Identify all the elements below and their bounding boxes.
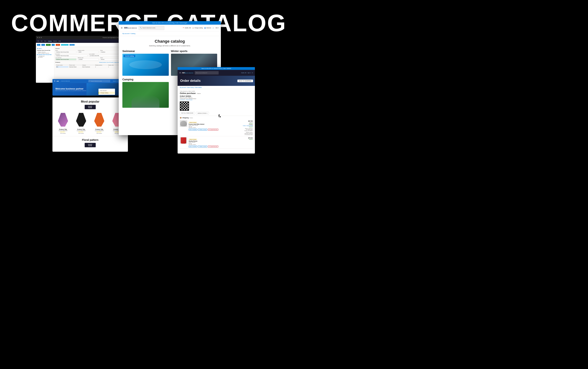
catalog-user[interactable]: 👤 Adrianna (204, 27, 211, 29)
fo-sidebar-fabrikam[interactable]: ▶ Fabrikam Semi-Annual Sale (37, 54, 53, 56)
fo-publish-btn[interactable]: Publish (46, 44, 51, 46)
product-item-1: Product Title $129.95 $129.95 ★★★★☆ 563 … (55, 111, 71, 134)
product-reviews-2: 563 reviews (73, 133, 90, 134)
b2b-dropdown-account[interactable]: Your account (99, 90, 115, 92)
order-email-invoice[interactable]: Email invoice (186, 99, 192, 100)
products-screenshot: Most popular SHOP NOW Product Title $129… (52, 98, 128, 152)
b2b-hero-sub: Here is some top picks for you as a prem… (55, 90, 86, 91)
order-items-count: 3 items (197, 93, 201, 94)
fo-main: General Name Fabrikam Semi-Annual Sale C… (54, 47, 122, 83)
b2b-logo: AW (56, 80, 59, 82)
b2b-location: Seattle, WA (113, 80, 118, 82)
fo-save-btn[interactable]: Save (42, 44, 45, 46)
order-helmet-write-review[interactable]: ✎ Write a review (198, 129, 207, 130)
most-popular-shop-btn[interactable]: SHOP NOW (85, 105, 96, 109)
catalog-swimwear-img[interactable]: Current catalog (122, 54, 169, 76)
fo-general-title: General (55, 48, 121, 49)
order-tracking-status: Shipped (249, 126, 253, 127)
fo-nav-edit[interactable]: Edit (41, 40, 42, 41)
order-screenshot: Save an extra 30% on clearance items | C… (178, 67, 255, 153)
order-delivery: Delivery option Standard shipping 3-5 bu… (243, 132, 253, 135)
order-helmet-buy-again[interactable]: BUY IT AGAIN (189, 129, 197, 130)
fo-desc-label: Description (55, 53, 88, 55)
b2b-hamburger[interactable]: ☰ (54, 80, 55, 82)
order-gloves-name: Sturdy Gloves (189, 140, 242, 142)
b2b-dropdown: Your account Change catalog (98, 89, 115, 95)
product-item-2: Product Title $129.95 $129.95 ★★★★☆ 563 … (73, 111, 90, 134)
order-shipping-section: 📦 Shipping 3 items (180, 116, 253, 149)
product-price-1: $129.95 $129.95 (55, 130, 71, 131)
fo-delete-btn[interactable]: Delete (56, 44, 60, 46)
product-img-3 (92, 111, 106, 128)
catalog-camping-img[interactable] (122, 82, 169, 108)
order-item-gloves: Selling Catalog Sturdy Gloves Color: Cri… (180, 136, 253, 149)
fo-content: My view 1 Fabrikam Semi-Annual Sale Cate… (36, 47, 122, 83)
fo-catalog-num-value: 10064 (78, 51, 99, 53)
fo-sidebar: My view 1 Fabrikam Semi-Annual Sale Cate… (36, 47, 54, 83)
fo-highlight-1: Catalog feature (61, 44, 68, 46)
order-gloves-price: $70.00 (243, 137, 253, 139)
order-helmet-btns: BUY IT AGAIN ✎ Write a review ✕ Cancel t… (189, 129, 242, 130)
catalog-search[interactable]: 🔍 Search Adventure works (139, 26, 164, 30)
catalog-breadcrumb: My account / Catalog (119, 31, 221, 36)
order-search[interactable]: What are you looking for? (195, 71, 219, 74)
order-gloves-price-section: $70.00 Shipped (243, 137, 253, 140)
order-gloves-buy-again[interactable]: BUY IT AGAIN (189, 146, 197, 148)
fo-nav-help[interactable]: Help (58, 40, 61, 41)
catalog-site[interactable]: Site ▾ (216, 27, 219, 29)
order-gloves-status: Shipped (243, 139, 253, 140)
order-more-actions[interactable]: MORE ACTIONS ▾ (196, 112, 209, 115)
fo-related-link[interactable]: Related products | Up to 63 results | Im… (99, 62, 121, 64)
floral-shop-btn[interactable]: SHOP NOW (85, 143, 96, 147)
catalog-hamburger[interactable]: ☰ (121, 27, 123, 29)
product-stars-3: ★★★★☆ (91, 131, 108, 133)
order-location: Seattle, WA (241, 72, 246, 73)
catalog-promo-bar: Save an extra 10% on all swimming | Code… (119, 21, 221, 25)
fo-products-title: Products (55, 62, 60, 63)
catalog-change-catalog[interactable]: 📋 Change catalog (192, 27, 203, 29)
fo-nav-catalog[interactable]: Catalog (48, 40, 52, 42)
order-gloves-cancel[interactable]: ✕ Cancel this item (208, 146, 218, 148)
b2b-dropdown-catalog[interactable]: Change catalog (99, 92, 115, 94)
fo-edit-btn[interactable]: Edit (52, 44, 55, 46)
order-helmet-qty: Quantity: 1each (189, 127, 242, 128)
order-gloves-write-review[interactable]: ✎ Write a review (198, 146, 207, 148)
fo-new-btn[interactable]: New (37, 44, 40, 46)
catalog-current-badge: Current catalog (124, 55, 135, 57)
catalog-cart[interactable]: 🛒 (212, 27, 214, 29)
b2b-search[interactable]: 🔍 Search Adventure works (88, 80, 110, 82)
catalog-swimwear-title: Swimwear (122, 50, 169, 53)
order-back-btn[interactable]: BACK TO SHOPPING (237, 80, 253, 82)
product-stars-2: ★★★★☆ (73, 131, 90, 133)
fo-name-label: Name (55, 50, 76, 51)
fo-nav-options[interactable]: Options (53, 40, 57, 41)
fo-effdate-label: Effective date (78, 57, 99, 58)
order-invoices[interactable]: 2 Invoices (180, 99, 185, 100)
order-nav-right: Seattle, WA Sign in 🛒 (241, 72, 253, 73)
fo-fashion-sub[interactable]: ▶ Fashion (39, 57, 53, 58)
order-helmet-tag: Selling Catalog (189, 122, 197, 123)
product-img-1 (56, 111, 70, 128)
catalog-nav-right: 📍 Seattle, WA 📋 Change catalog 👤 Adriann… (183, 27, 219, 29)
fo-my-view[interactable]: My view 1 (37, 48, 53, 49)
fo-status-value: Normal (100, 59, 121, 60)
catalog-search-text: Search Adventure works (142, 27, 155, 29)
order-actions: BUY ALL ITEMS AGAIN MORE ACTIONS ▾ (180, 112, 253, 115)
order-helmet-cancel[interactable]: ✕ Cancel this item (208, 129, 218, 130)
order-helmet-price: $67.50 (243, 120, 253, 122)
b2b-business: BUSINESS (62, 80, 70, 82)
order-hamburger[interactable]: ☰ (179, 72, 181, 74)
order-helmet-name: Furano Adult Bike Helmet (189, 124, 242, 125)
b2b-hero-title: Welcome business partner (55, 88, 86, 90)
b2b-screenshot: ☰ AW / BUSINESS 🔍 Search Adventure works… (52, 79, 128, 96)
order-signin[interactable]: Sign in (248, 72, 251, 73)
product-grid: Product Title $129.95 $129.95 ★★★★☆ 563 … (52, 111, 128, 134)
order-ship-to: Ship to: Adrianna 112 Bertha Bar Kickup,… (243, 128, 253, 131)
order-buy-all-btn[interactable]: BUY ALL ITEMS AGAIN (180, 112, 195, 115)
fo-nav-file[interactable]: File (37, 40, 39, 41)
order-cart[interactable]: 🛒 (252, 72, 253, 73)
product-name-1: Product Title (55, 129, 71, 130)
order-section-title: Online purchase (180, 92, 196, 94)
catalog-winter-title: Winter sports (171, 50, 217, 53)
fo-nav-view[interactable]: View (44, 40, 46, 41)
